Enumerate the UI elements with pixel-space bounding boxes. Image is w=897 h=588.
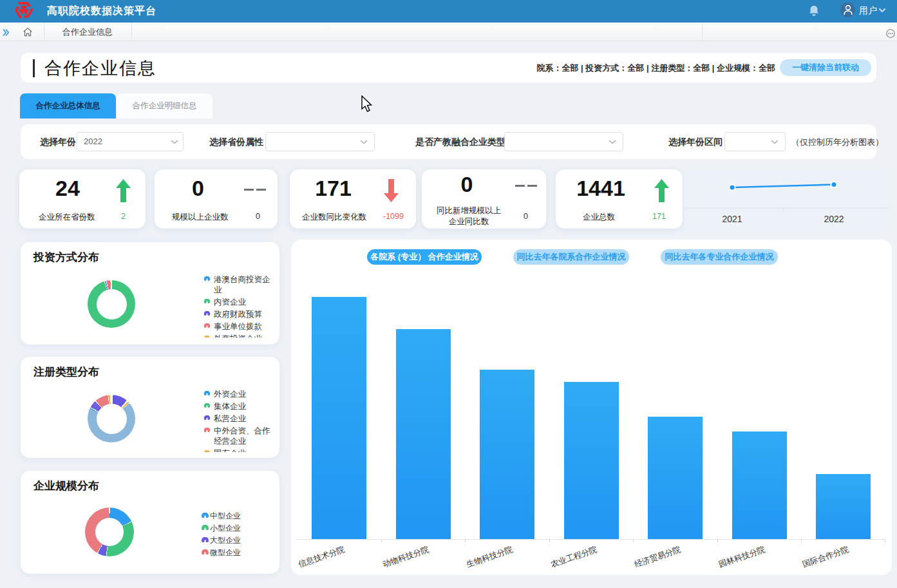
svg-text:2021: 2021 [722,214,742,224]
svg-text:2022: 2022 [824,214,844,224]
